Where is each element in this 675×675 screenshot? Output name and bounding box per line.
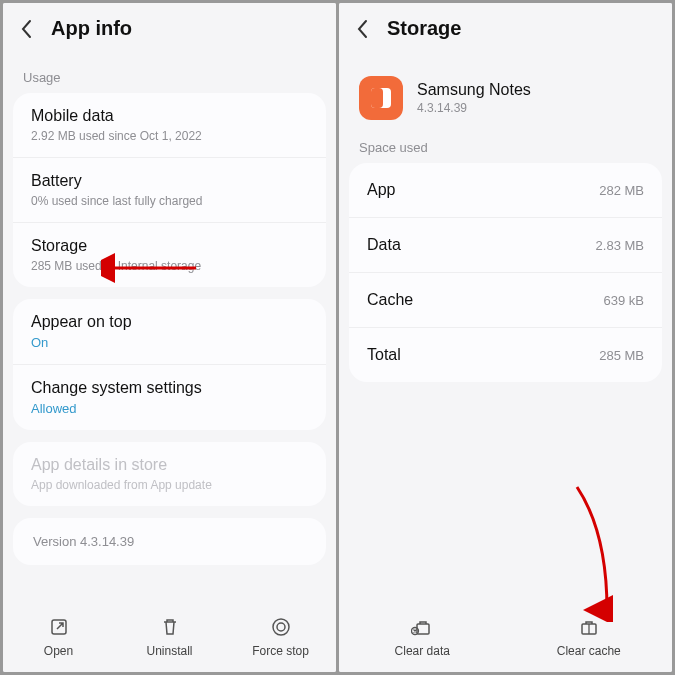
app-details-row: App details in store App downloaded from… bbox=[13, 442, 326, 506]
force-stop-label: Force stop bbox=[252, 644, 309, 658]
space-used-card: App 282 MB Data 2.83 MB Cache 639 kB Tot… bbox=[349, 163, 662, 382]
open-icon bbox=[48, 616, 70, 638]
svg-point-1 bbox=[273, 619, 289, 635]
mobile-data-row[interactable]: Mobile data 2.92 MB used since Oct 1, 20… bbox=[13, 93, 326, 157]
header: App info bbox=[3, 3, 336, 60]
svg-point-2 bbox=[277, 623, 285, 631]
uninstall-button[interactable]: Uninstall bbox=[130, 616, 210, 658]
battery-sub: 0% used since last fully charged bbox=[31, 194, 308, 208]
appear-on-top-value: On bbox=[31, 335, 308, 350]
total-size-row: Total 285 MB bbox=[349, 327, 662, 382]
trash-icon bbox=[159, 616, 181, 638]
page-title: Storage bbox=[387, 17, 461, 40]
clear-cache-icon bbox=[578, 616, 600, 638]
data-size-value: 2.83 MB bbox=[596, 238, 644, 253]
back-icon[interactable] bbox=[355, 22, 369, 36]
usage-card: Mobile data 2.92 MB used since Oct 1, 20… bbox=[13, 93, 326, 287]
clear-cache-label: Clear cache bbox=[557, 644, 621, 658]
mobile-data-label: Mobile data bbox=[31, 107, 308, 125]
clear-data-button[interactable]: Clear data bbox=[382, 616, 462, 658]
force-stop-button[interactable]: Force stop bbox=[241, 616, 321, 658]
usage-section-label: Usage bbox=[3, 60, 336, 93]
back-icon[interactable] bbox=[19, 22, 33, 36]
version-text: Version 4.3.14.39 bbox=[13, 518, 326, 565]
change-system-settings-value: Allowed bbox=[31, 401, 308, 416]
app-info-screen: App info Usage Mobile data 2.92 MB used … bbox=[3, 3, 336, 672]
page-title: App info bbox=[51, 17, 132, 40]
open-button[interactable]: Open bbox=[19, 616, 99, 658]
svg-rect-5 bbox=[371, 88, 383, 108]
app-header: Samsung Notes 4.3.14.39 bbox=[339, 60, 672, 130]
cache-size-value: 639 kB bbox=[604, 293, 644, 308]
total-size-label: Total bbox=[367, 346, 401, 364]
clear-data-icon bbox=[411, 616, 433, 638]
data-size-row: Data 2.83 MB bbox=[349, 217, 662, 272]
clear-cache-button[interactable]: Clear cache bbox=[549, 616, 629, 658]
samsung-notes-icon bbox=[359, 76, 403, 120]
annotation-arrow-icon bbox=[567, 482, 627, 622]
storage-row[interactable]: Storage 285 MB used in Internal storage bbox=[13, 222, 326, 287]
app-info: Samsung Notes 4.3.14.39 bbox=[417, 81, 531, 115]
header: Storage bbox=[339, 3, 672, 60]
battery-row[interactable]: Battery 0% used since last fully charged bbox=[13, 157, 326, 222]
data-size-label: Data bbox=[367, 236, 401, 254]
storage-sub: 285 MB used in Internal storage bbox=[31, 259, 308, 273]
storage-screen: Storage Samsung Notes 4.3.14.39 Space us… bbox=[339, 3, 672, 672]
app-size-value: 282 MB bbox=[599, 183, 644, 198]
app-size-row: App 282 MB bbox=[349, 163, 662, 217]
stop-icon bbox=[270, 616, 292, 638]
appear-on-top-row[interactable]: Appear on top On bbox=[13, 299, 326, 364]
app-details-sub: App downloaded from App update bbox=[31, 478, 308, 492]
mobile-data-sub: 2.92 MB used since Oct 1, 2022 bbox=[31, 129, 308, 143]
space-used-label: Space used bbox=[339, 130, 672, 163]
cache-size-row: Cache 639 kB bbox=[349, 272, 662, 327]
appear-on-top-label: Appear on top bbox=[31, 313, 308, 331]
total-size-value: 285 MB bbox=[599, 348, 644, 363]
change-system-settings-row[interactable]: Change system settings Allowed bbox=[13, 364, 326, 430]
app-details-label: App details in store bbox=[31, 456, 308, 474]
clear-data-label: Clear data bbox=[395, 644, 450, 658]
battery-label: Battery bbox=[31, 172, 308, 190]
change-system-settings-label: Change system settings bbox=[31, 379, 308, 397]
permissions-card: Appear on top On Change system settings … bbox=[13, 299, 326, 430]
app-size-label: App bbox=[367, 181, 395, 199]
version-card: Version 4.3.14.39 bbox=[13, 518, 326, 565]
app-version: 4.3.14.39 bbox=[417, 101, 531, 115]
app-details-card: App details in store App downloaded from… bbox=[13, 442, 326, 506]
open-label: Open bbox=[44, 644, 73, 658]
app-name: Samsung Notes bbox=[417, 81, 531, 99]
uninstall-label: Uninstall bbox=[146, 644, 192, 658]
cache-size-label: Cache bbox=[367, 291, 413, 309]
bottom-bar: Open Uninstall Force stop bbox=[3, 604, 336, 672]
storage-label: Storage bbox=[31, 237, 308, 255]
bottom-bar: Clear data Clear cache bbox=[339, 604, 672, 672]
